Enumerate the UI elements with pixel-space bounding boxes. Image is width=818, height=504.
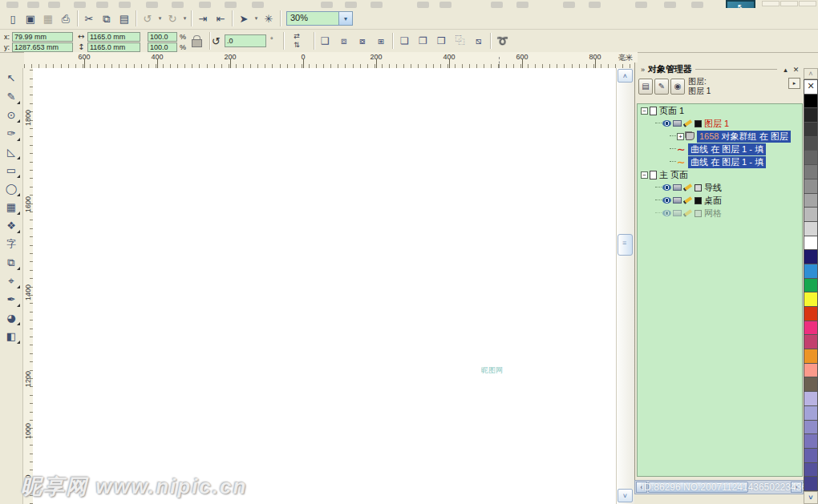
redo-icon[interactable]: ↻ bbox=[164, 10, 181, 27]
nonproportional-scaling-lock-icon[interactable] bbox=[191, 35, 202, 46]
editable-pencil-icon[interactable] bbox=[683, 209, 692, 217]
tree-row-label[interactable]: 页面 1 bbox=[659, 105, 684, 117]
new-document-icon[interactable]: ▯ bbox=[4, 10, 22, 27]
outline-tool[interactable]: ✒ bbox=[2, 290, 21, 308]
color-swatch[interactable] bbox=[804, 179, 818, 194]
application-launcher-icon[interactable]: ➤ bbox=[235, 10, 253, 27]
tree-row-label[interactable]: 1658 对象群组 在 图层 bbox=[697, 131, 791, 143]
color-swatch[interactable] bbox=[804, 236, 818, 251]
tree-expand-toggle[interactable]: + bbox=[677, 133, 684, 140]
object-height-field[interactable]: 1165.0 mm bbox=[87, 42, 140, 52]
color-swatch[interactable] bbox=[804, 108, 818, 123]
ellipse-tool[interactable]: ◯ bbox=[2, 179, 21, 197]
color-swatch[interactable] bbox=[804, 307, 818, 321]
simplify-button[interactable]: ⿻ bbox=[451, 32, 469, 50]
color-swatch[interactable] bbox=[804, 95, 818, 109]
tree-row-page-1[interactable]: −页面 1 bbox=[638, 104, 802, 117]
layer-color-swatch[interactable] bbox=[694, 184, 702, 192]
color-swatch[interactable] bbox=[804, 477, 818, 491]
intersect-button[interactable]: ❒ bbox=[432, 32, 451, 50]
color-swatch[interactable] bbox=[804, 463, 818, 478]
show-object-properties-button[interactable]: ▤ bbox=[638, 79, 653, 95]
tree-row-curve-1[interactable]: ∼曲线 在 图层 1 - 填 bbox=[638, 143, 802, 155]
scroll-down-button[interactable]: ˅ bbox=[618, 489, 633, 502]
corel-online-icon[interactable]: ✳ bbox=[260, 10, 277, 27]
tree-row-object-group[interactable]: +1658 对象群组 在 图层 bbox=[638, 130, 802, 143]
color-swatch[interactable] bbox=[804, 123, 818, 137]
scale-vertical-field[interactable]: 100.0 bbox=[148, 42, 177, 52]
tree-expand-toggle[interactable]: − bbox=[641, 107, 648, 115]
color-swatch[interactable] bbox=[804, 434, 818, 449]
color-swatch[interactable] bbox=[804, 449, 818, 463]
color-swatch[interactable] bbox=[804, 208, 818, 222]
editable-pencil-icon[interactable] bbox=[683, 183, 692, 192]
pick-tool[interactable]: ↖ bbox=[2, 69, 21, 87]
editable-pencil-icon[interactable] bbox=[683, 196, 692, 204]
smart-drawing-tool[interactable]: ◺ bbox=[2, 143, 21, 160]
tree-row-master-page[interactable]: −主 页面 bbox=[638, 168, 802, 181]
color-swatch[interactable] bbox=[804, 151, 818, 165]
layer-manager-view-button[interactable]: ◉ bbox=[670, 79, 685, 95]
color-swatch[interactable] bbox=[804, 349, 818, 364]
save-icon[interactable]: ▦ bbox=[39, 10, 57, 27]
tree-row-curve-2[interactable]: ∼曲线 在 图层 1 - 填 bbox=[638, 155, 802, 168]
mirror-horizontal-button[interactable]: ⇄ bbox=[287, 32, 306, 41]
combine-button[interactable]: ❑ bbox=[316, 32, 334, 50]
color-swatch[interactable] bbox=[804, 165, 818, 179]
rectangle-tool[interactable]: ▭ bbox=[2, 161, 21, 179]
weld-button[interactable]: ❏ bbox=[395, 32, 414, 50]
interactive-blend-tool[interactable]: ⧉ bbox=[2, 253, 21, 271]
print-icon[interactable]: ⎙ bbox=[57, 10, 75, 27]
cut-icon[interactable]: ✂ bbox=[80, 10, 98, 27]
docker-dock-icon[interactable]: » bbox=[638, 66, 648, 74]
color-swatch[interactable] bbox=[804, 292, 818, 307]
tree-row-layer-1[interactable]: 图层 1 bbox=[638, 117, 802, 130]
zoom-tool[interactable]: ⊙ bbox=[2, 106, 21, 123]
tree-row-label[interactable]: 网格 bbox=[704, 208, 722, 220]
graph-paper-tool[interactable]: ▦ bbox=[2, 198, 21, 216]
trim-button[interactable]: ❐ bbox=[414, 32, 432, 50]
copy-icon[interactable]: ⧉ bbox=[98, 10, 115, 27]
color-swatch[interactable] bbox=[804, 364, 818, 378]
tree-row-label[interactable]: 导线 bbox=[704, 182, 722, 194]
layer-color-swatch[interactable] bbox=[694, 210, 702, 217]
color-swatch[interactable] bbox=[804, 250, 818, 264]
shape-tool[interactable]: ✎ bbox=[2, 87, 21, 105]
color-swatch[interactable] bbox=[804, 264, 818, 279]
export-icon[interactable]: ⇤ bbox=[212, 10, 229, 27]
tree-row-label[interactable]: 桌面 bbox=[704, 195, 722, 207]
visibility-eye-icon[interactable] bbox=[662, 184, 671, 191]
palette-scroll-up-button[interactable]: ˄ bbox=[804, 68, 818, 79]
zoom-dropdown-button[interactable]: ▾ bbox=[339, 11, 353, 26]
color-swatch[interactable] bbox=[804, 194, 818, 208]
window-control-stub[interactable] bbox=[762, 1, 780, 6]
canvas-vertical-scrollbar[interactable]: ˄ ˅ bbox=[616, 68, 634, 504]
convert-to-curves-button[interactable]: ➰ bbox=[493, 32, 512, 50]
visibility-eye-icon[interactable] bbox=[662, 120, 671, 127]
docker-flyout-button[interactable]: ▸ bbox=[788, 78, 800, 89]
import-icon[interactable]: ⇥ bbox=[194, 10, 212, 27]
front-minus-back-button[interactable]: ⧅ bbox=[469, 32, 488, 50]
tree-row-grid[interactable]: 网格 bbox=[638, 207, 802, 220]
open-icon[interactable]: ▣ bbox=[22, 10, 39, 27]
visibility-eye-icon[interactable] bbox=[662, 197, 671, 204]
layer-color-swatch[interactable] bbox=[694, 197, 702, 204]
edit-across-layers-button[interactable]: ✎ bbox=[654, 79, 669, 95]
y-position-field[interactable]: 1287.653 mm bbox=[12, 42, 73, 52]
tree-row-label[interactable]: 图层 1 bbox=[704, 118, 729, 130]
rotation-angle-field[interactable]: .0 bbox=[225, 34, 266, 47]
printable-icon[interactable] bbox=[673, 120, 682, 127]
fill-tool[interactable]: ◕ bbox=[2, 308, 21, 326]
color-swatch[interactable] bbox=[804, 406, 818, 421]
palette-scroll-down-button[interactable]: ˅ bbox=[804, 491, 818, 504]
visibility-eye-icon[interactable] bbox=[662, 210, 671, 216]
eyedropper-tool[interactable]: ⌖ bbox=[2, 272, 21, 289]
window-control-stub[interactable] bbox=[780, 1, 798, 6]
mirror-vertical-button[interactable]: ⇅ bbox=[287, 41, 306, 50]
color-swatch[interactable] bbox=[804, 321, 818, 336]
application-launcher-button-dropdown[interactable]: ▾ bbox=[253, 10, 260, 27]
color-swatch[interactable] bbox=[804, 222, 818, 236]
tree-row-guides[interactable]: 导线 bbox=[638, 181, 802, 194]
tree-row-label[interactable]: 曲线 在 图层 1 - 填 bbox=[688, 143, 766, 155]
docker-collapse-button[interactable]: ▴ bbox=[780, 66, 791, 74]
